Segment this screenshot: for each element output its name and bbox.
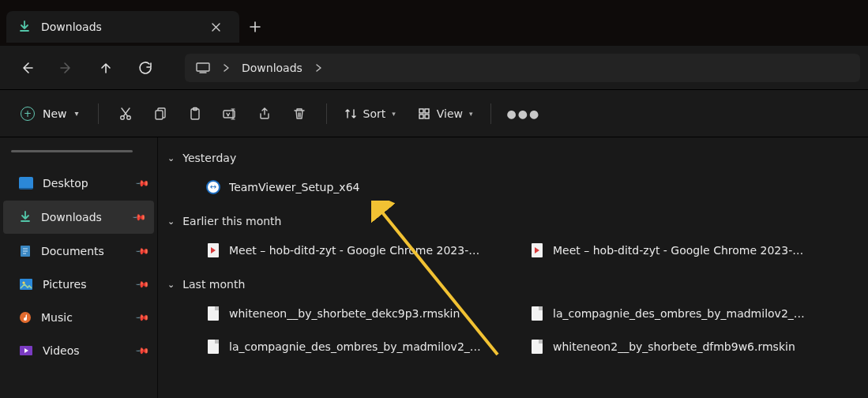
teamviewer-icon: ↔	[205, 179, 221, 195]
file-list: ⌄ Yesterday ↔ TeamViewer_Setup_x64 ⌄ Ear…	[158, 137, 868, 398]
music-icon	[19, 311, 32, 324]
svg-rect-7	[419, 109, 423, 113]
sidebar-item-label: Downloads	[41, 211, 102, 223]
view-label: View	[437, 107, 463, 120]
sidebar-item-label: Documents	[41, 245, 104, 257]
grid-icon	[418, 107, 430, 120]
file-item[interactable]: Meet – hob-ditd-zyt - Google Chrome 2023…	[488, 234, 812, 267]
new-label: New	[43, 107, 67, 120]
sidebar-separator	[11, 150, 133, 152]
file-icon	[205, 339, 221, 355]
desktop-icon	[19, 177, 33, 190]
file-item[interactable]: ↔ TeamViewer_Setup_x64	[164, 171, 488, 204]
file-item[interactable]: la_compagnie_des_ombres_by_madmilov2_d…	[164, 330, 488, 363]
svg-rect-10	[425, 115, 429, 118]
group-header[interactable]: ⌄ Last month	[164, 275, 859, 297]
chevron-down-icon: ⌄	[167, 280, 175, 290]
file-item[interactable]: Meet – hob-ditd-zyt - Google Chrome 2023…	[164, 234, 488, 267]
group-label: Last month	[182, 278, 245, 291]
file-name: la_compagnie_des_ombres_by_madmilov2_d…	[553, 307, 806, 320]
file-name: Meet – hob-ditd-zyt - Google Chrome 2023…	[553, 244, 803, 257]
chevron-down-icon: ▾	[75, 109, 79, 118]
download-arrow-icon	[19, 211, 32, 223]
chevron-down-icon: ▾	[392, 110, 396, 118]
video-file-icon	[205, 242, 221, 258]
sidebar-item-videos[interactable]: Videos 📌	[0, 334, 157, 367]
svg-rect-8	[425, 109, 429, 113]
sort-button[interactable]: Sort ▾	[336, 100, 404, 128]
toolbar: + New ▾ Sort ▾ View ▾ ●●●	[0, 90, 868, 137]
sidebar-item-label: Pictures	[43, 278, 86, 291]
chevron-down-icon: ⌄	[167, 216, 175, 227]
file-name: whiteneon__by_shorbete_dekc9p3.rmskin	[229, 307, 460, 320]
rename-button[interactable]	[212, 100, 247, 128]
nav-bar: Downloads	[0, 46, 868, 90]
pin-icon: 📌	[134, 276, 149, 291]
separator	[98, 103, 99, 124]
svg-rect-0	[197, 63, 209, 71]
share-button[interactable]	[247, 100, 282, 128]
cut-button[interactable]	[108, 100, 143, 128]
view-button[interactable]: View ▾	[410, 100, 481, 128]
sidebar: Desktop 📌 Downloads 📌 Documents 📌 Pictur…	[0, 137, 158, 398]
pin-icon: 📌	[131, 209, 146, 224]
titlebar: Downloads	[0, 0, 868, 46]
file-icon	[529, 339, 545, 355]
video-file-icon	[529, 242, 545, 258]
sidebar-item-music[interactable]: Music 📌	[0, 301, 157, 334]
chevron-down-icon: ▾	[469, 110, 473, 118]
sort-icon	[344, 107, 357, 120]
breadcrumb[interactable]: Downloads	[185, 54, 860, 82]
group-header[interactable]: ⌄ Yesterday	[164, 148, 859, 171]
file-name: la_compagnie_des_ombres_by_madmilov2_d…	[229, 340, 482, 353]
new-button[interactable]: + New ▾	[11, 100, 88, 128]
file-item[interactable]: whiteneon2__by_shorbete_dfmb9w6.rmskin	[488, 330, 812, 363]
sidebar-item-downloads[interactable]: Downloads 📌	[3, 201, 154, 234]
tab-downloads[interactable]: Downloads	[6, 11, 239, 43]
new-tab-button[interactable]	[239, 11, 271, 43]
svg-rect-12	[20, 279, 32, 290]
tab-title: Downloads	[41, 21, 195, 33]
sidebar-item-label: Desktop	[43, 177, 88, 190]
sidebar-item-label: Music	[41, 311, 73, 324]
sidebar-item-label: Videos	[43, 344, 80, 357]
breadcrumb-item[interactable]: Downloads	[242, 62, 302, 74]
sidebar-item-documents[interactable]: Documents 📌	[0, 235, 157, 268]
forward-button[interactable]	[47, 52, 85, 84]
refresh-button[interactable]	[126, 52, 164, 84]
group-label: Earlier this month	[182, 215, 281, 227]
chevron-down-icon: ⌄	[167, 153, 175, 163]
this-pc-icon	[196, 62, 210, 73]
delete-button[interactable]	[282, 100, 317, 128]
sidebar-item-pictures[interactable]: Pictures 📌	[0, 268, 157, 301]
chevron-right-icon	[223, 64, 229, 72]
file-icon	[205, 306, 221, 321]
file-item[interactable]: la_compagnie_des_ombres_by_madmilov2_d…	[488, 297, 812, 330]
sidebar-item-desktop[interactable]: Desktop 📌	[0, 167, 157, 200]
download-arrow-icon	[17, 20, 32, 34]
documents-icon	[19, 244, 32, 258]
pin-icon: 📌	[134, 310, 149, 325]
sort-label: Sort	[363, 107, 386, 120]
file-name: Meet – hob-ditd-zyt - Google Chrome 2023…	[229, 244, 479, 257]
plus-circle-icon: +	[21, 107, 35, 121]
file-icon	[529, 306, 545, 321]
svg-rect-3	[156, 111, 163, 119]
separator	[326, 103, 327, 124]
up-button[interactable]	[87, 52, 125, 84]
pictures-icon	[19, 278, 33, 291]
copy-button[interactable]	[143, 100, 178, 128]
group-header[interactable]: ⌄ Earlier this month	[164, 212, 859, 234]
svg-point-14	[20, 312, 31, 323]
chevron-right-icon	[315, 64, 321, 72]
paste-button[interactable]	[178, 100, 212, 128]
file-name: TeamViewer_Setup_x64	[229, 181, 359, 193]
group-label: Yesterday	[182, 152, 236, 164]
back-button[interactable]	[8, 52, 46, 84]
pin-icon: 📌	[134, 243, 149, 258]
more-button[interactable]: ●●●	[501, 107, 547, 120]
close-tab-button[interactable]	[205, 16, 227, 38]
file-item[interactable]: whiteneon__by_shorbete_dekc9p3.rmskin	[164, 297, 488, 330]
pin-icon: 📌	[134, 343, 149, 358]
videos-icon	[19, 345, 33, 356]
